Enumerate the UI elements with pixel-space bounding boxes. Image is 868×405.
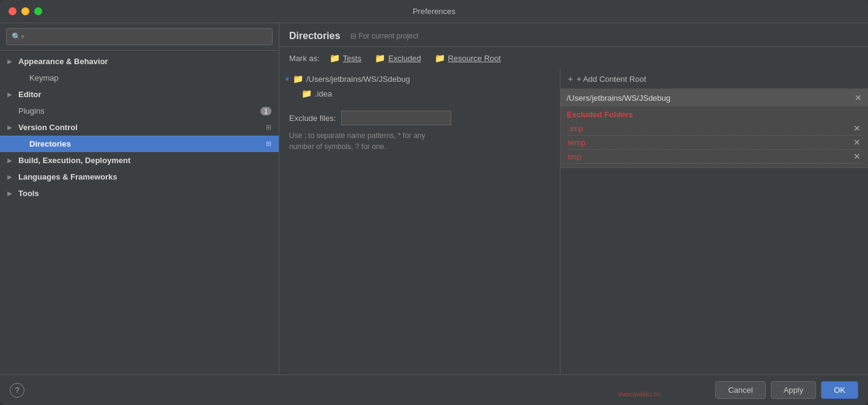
sidebar-item-tools[interactable]: ▶ Tools xyxy=(0,185,279,202)
search-input[interactable] xyxy=(6,28,273,45)
excluded-folder-name-1: temp xyxy=(568,138,586,147)
exclude-area: Exclude files: Use ; to separate name pa… xyxy=(279,103,560,159)
version-control-icon: ⊞ xyxy=(266,123,271,131)
sidebar-item-version-control[interactable]: ▶ Version Control ⊞ xyxy=(0,119,279,136)
sidebar-item-plugins[interactable]: ▶ Plugins 1 xyxy=(0,103,279,119)
right-panel: Directories ⊟ For current project Mark a… xyxy=(279,23,868,374)
sidebar-item-appearance[interactable]: ▶ Appearance & Behavior xyxy=(0,53,279,70)
remove-excluded-2-button[interactable]: ✕ xyxy=(853,151,861,161)
excluded-folder-name-0: .tmp xyxy=(568,124,583,133)
content-root-entry: /Users/jetbrains/WS/JSdebug ✕ Excluded F… xyxy=(561,89,868,168)
tests-label: Tests xyxy=(343,54,361,63)
ok-button[interactable]: OK xyxy=(821,381,858,399)
tests-folder-icon: 📁 xyxy=(329,53,340,63)
arrow-icon: ▶ xyxy=(7,91,16,98)
excluded-folder-item-2: tmp ✕ xyxy=(567,150,862,164)
minimize-button[interactable] xyxy=(21,7,29,15)
excluded-folders-title: Excluded Folders xyxy=(567,110,862,119)
excluded-button[interactable]: 📁 Excluded xyxy=(371,52,424,64)
excluded-folders-section: Excluded Folders .tmp ✕ temp ✕ xyxy=(561,106,868,167)
for-current-project: ⊟ For current project xyxy=(350,32,419,40)
exclude-help-text: Use ; to separate name patterns, * for a… xyxy=(289,130,436,152)
help-button[interactable]: ? xyxy=(10,383,24,398)
resource-root-label: Resource Root xyxy=(448,54,501,63)
watermark: www.avatiku.cn xyxy=(618,391,660,398)
content-root-close-button[interactable]: ✕ xyxy=(855,93,862,103)
exclude-row: Exclude files: xyxy=(289,111,550,125)
add-content-root-button[interactable]: + + Add Content Root xyxy=(561,69,868,89)
remove-excluded-1-button[interactable]: ✕ xyxy=(853,137,861,147)
sidebar-item-editor[interactable]: ▶ Editor xyxy=(0,86,279,103)
excluded-folder-icon: 📁 xyxy=(375,53,385,63)
footer: ? www.avatiku.cn Cancel Apply OK xyxy=(0,374,868,405)
add-content-root-label: + Add Content Root xyxy=(576,75,646,84)
right-header: Directories ⊟ For current project xyxy=(279,23,868,47)
excluded-folder-item-0: .tmp ✕ xyxy=(567,122,862,136)
content-root-panel: + + Add Content Root /Users/jetbrains/WS… xyxy=(561,69,868,374)
sidebar-item-keymap[interactable]: ▶ Keymap xyxy=(0,70,279,86)
exclude-files-input[interactable] xyxy=(341,111,451,125)
preferences-dialog: Preferences ▶ Appearance & Behavior ▶ Ke… xyxy=(0,0,868,405)
mark-as-row: Mark as: 📁 Tests 📁 Excluded 📁 Resource R… xyxy=(279,47,868,69)
folder-icon: 📁 xyxy=(293,74,303,84)
footer-right: Cancel Apply OK xyxy=(715,381,858,399)
apply-button[interactable]: Apply xyxy=(771,381,817,399)
maximize-button[interactable] xyxy=(34,7,42,15)
project-icon: ⊟ xyxy=(350,32,356,40)
file-tree: ▼ 📁 /Users/jetbrains/WS/JSdebug 📁 .idea xyxy=(279,69,561,103)
excluded-folder-item-1: temp ✕ xyxy=(567,136,862,150)
tests-button[interactable]: 📁 Tests xyxy=(326,52,365,64)
sidebar-item-build[interactable]: ▶ Build, Execution, Deployment xyxy=(0,152,279,169)
plugins-badge: 1 xyxy=(260,107,271,115)
sidebar: ▶ Appearance & Behavior ▶ Keymap ▶ Edito… xyxy=(0,23,279,374)
search-bar xyxy=(0,23,279,51)
content-root-path: /Users/jetbrains/WS/JSdebug xyxy=(567,93,671,103)
arrow-icon: ▶ xyxy=(7,190,16,197)
titlebar: Preferences xyxy=(0,0,868,23)
arrow-icon: ▶ xyxy=(7,124,16,131)
excluded-folder-name-2: tmp xyxy=(568,152,581,161)
excluded-label: Excluded xyxy=(388,54,421,63)
footer-left: ? xyxy=(10,383,24,398)
main-content: ▶ Appearance & Behavior ▶ Keymap ▶ Edito… xyxy=(0,23,868,374)
sidebar-item-directories[interactable]: ▶ Directories ⊞ xyxy=(0,136,279,152)
directories-main-area: ▼ 📁 /Users/jetbrains/WS/JSdebug 📁 .idea xyxy=(279,69,868,374)
sidebar-item-languages[interactable]: ▶ Languages & Frameworks xyxy=(0,169,279,185)
directories-icon: ⊞ xyxy=(266,140,271,148)
resource-root-folder-icon: 📁 xyxy=(435,53,445,63)
window-controls xyxy=(9,7,42,15)
cancel-button[interactable]: Cancel xyxy=(715,381,765,399)
dialog-title: Preferences xyxy=(413,7,455,16)
mark-as-label: Mark as: xyxy=(289,54,320,63)
folder-icon-gray: 📁 xyxy=(301,89,312,98)
tree-item-idea[interactable]: 📁 .idea xyxy=(279,86,560,101)
add-icon: + xyxy=(568,74,573,84)
sidebar-nav: ▶ Appearance & Behavior ▶ Keymap ▶ Edito… xyxy=(0,51,279,374)
arrow-icon: ▶ xyxy=(7,58,16,65)
tree-item-root[interactable]: ▼ 📁 /Users/jetbrains/WS/JSdebug xyxy=(279,71,560,86)
arrow-icon: ▶ xyxy=(7,173,16,180)
content-root-path-row: /Users/jetbrains/WS/JSdebug ✕ xyxy=(561,89,868,106)
resource-root-button[interactable]: 📁 Resource Root xyxy=(431,52,505,64)
exclude-files-label: Exclude files: xyxy=(289,114,336,123)
tree-arrow-icon: ▼ xyxy=(284,76,290,82)
close-button[interactable] xyxy=(9,7,17,15)
right-title: Directories xyxy=(289,31,340,42)
arrow-icon: ▶ xyxy=(7,157,16,164)
remove-excluded-0-button[interactable]: ✕ xyxy=(853,123,861,133)
